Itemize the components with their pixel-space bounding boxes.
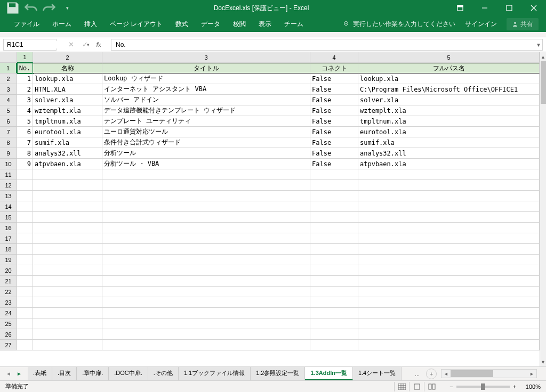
cell[interactable] [358, 180, 540, 191]
cell[interactable]: False [310, 159, 358, 169]
row-header[interactable]: 3 [0, 84, 17, 95]
cell[interactable] [358, 223, 540, 233]
cell[interactable] [310, 169, 358, 180]
cell[interactable] [358, 244, 540, 255]
cell[interactable]: wztemplt.xla [33, 105, 102, 116]
row-header[interactable]: 14 [0, 201, 17, 212]
sheet-tab[interactable]: 1.1ブックファイル情報 [179, 367, 251, 380]
horizontal-scrollbar[interactable]: ◄ ► [441, 369, 537, 378]
cell[interactable] [33, 244, 102, 255]
row-header[interactable]: 1 [0, 63, 17, 74]
cell[interactable] [33, 191, 102, 201]
cell[interactable]: 4 [17, 105, 33, 116]
row-header[interactable]: 10 [0, 159, 17, 169]
page-break-view-icon[interactable] [424, 382, 439, 391]
cell[interactable]: solver.xla [33, 95, 102, 105]
cell[interactable] [102, 329, 310, 340]
zoom-percent[interactable]: 100% [519, 383, 541, 390]
horizontal-scroll-thumb[interactable] [451, 370, 493, 377]
cell[interactable]: コネクト [310, 63, 358, 74]
cell[interactable] [102, 233, 310, 244]
insert-function-icon[interactable]: fx [92, 39, 106, 51]
cell[interactable] [33, 276, 102, 287]
column-header[interactable]: 1 [17, 52, 33, 63]
cell[interactable]: eurotool.xla [33, 127, 102, 137]
cell[interactable] [17, 265, 33, 276]
row-header[interactable]: 27 [0, 340, 17, 350]
cell[interactable] [310, 244, 358, 255]
row-header[interactable]: 13 [0, 191, 17, 201]
row-header[interactable]: 5 [0, 105, 17, 116]
zoom-slider-thumb[interactable] [481, 383, 485, 390]
ribbon-tab[interactable]: ファイル [7, 16, 46, 32]
cell[interactable] [33, 297, 102, 308]
cell[interactable] [17, 201, 33, 212]
undo-icon[interactable] [23, 1, 38, 15]
sheet-tab[interactable]: .表紙 [28, 367, 52, 380]
cell[interactable] [102, 169, 310, 180]
cancel-formula-icon[interactable]: ✕ [64, 39, 78, 51]
cell[interactable]: 1 [17, 74, 33, 84]
cell[interactable]: 分析ツール - VBA [102, 159, 310, 169]
cell[interactable] [17, 340, 33, 350]
ribbon-tab[interactable]: 校閲 [227, 16, 252, 32]
enter-formula-icon[interactable]: ✓ [78, 39, 92, 51]
sheet-tab[interactable]: 1.2参照設定一覧 [251, 367, 305, 380]
ribbon-tab[interactable]: データ [195, 16, 227, 32]
sheet-tab[interactable]: 1.4シート一覧 [353, 367, 402, 380]
cell[interactable] [358, 255, 540, 265]
ribbon-tab[interactable]: ホーム [46, 16, 78, 32]
ribbon-tab[interactable]: 挿入 [78, 16, 103, 32]
cell[interactable] [33, 233, 102, 244]
row-header[interactable]: 25 [0, 318, 17, 329]
row-header[interactable]: 12 [0, 180, 17, 191]
cell[interactable] [33, 201, 102, 212]
row-header[interactable]: 9 [0, 148, 17, 159]
cell[interactable] [310, 180, 358, 191]
cell[interactable] [358, 297, 540, 308]
cell[interactable] [33, 223, 102, 233]
cell[interactable] [310, 191, 358, 201]
cell[interactable] [358, 212, 540, 223]
row-header[interactable]: 20 [0, 265, 17, 276]
cell[interactable]: analys32.xll [33, 148, 102, 159]
row-header[interactable]: 17 [0, 233, 17, 244]
cell[interactable] [310, 212, 358, 223]
column-header[interactable]: 2 [33, 52, 102, 63]
row-header[interactable]: 18 [0, 244, 17, 255]
cell[interactable] [358, 308, 540, 318]
row-header[interactable]: 4 [0, 95, 17, 105]
cell[interactable] [33, 212, 102, 223]
cell[interactable] [358, 233, 540, 244]
cell[interactable] [102, 265, 310, 276]
cell[interactable]: 2 [17, 84, 33, 95]
cell[interactable]: 8 [17, 148, 33, 159]
qat-customize-icon[interactable]: ▾ [60, 1, 75, 15]
zoom-slider[interactable] [456, 386, 510, 388]
cell[interactable]: 3 [17, 95, 33, 105]
cell[interactable] [310, 308, 358, 318]
ribbon-tab[interactable]: 表示 [252, 16, 278, 32]
cell[interactable] [358, 201, 540, 212]
ribbon-tab[interactable]: チーム [278, 16, 310, 32]
cell[interactable] [358, 191, 540, 201]
cell[interactable]: atpvbaen.xla [358, 159, 540, 169]
cell[interactable]: wztemplt.xla [358, 105, 540, 116]
cell[interactable]: False [310, 105, 358, 116]
row-header[interactable]: 21 [0, 276, 17, 287]
maximize-button[interactable] [497, 0, 521, 16]
cell[interactable]: 5 [17, 116, 33, 127]
cell[interactable] [33, 308, 102, 318]
cell[interactable] [102, 244, 310, 255]
formula-input[interactable] [111, 39, 535, 50]
cell[interactable]: tmpltnum.xla [358, 116, 540, 127]
row-header[interactable]: 22 [0, 287, 17, 297]
cell[interactable] [17, 276, 33, 287]
row-header[interactable]: 24 [0, 308, 17, 318]
cell[interactable] [17, 212, 33, 223]
sheet-tab[interactable]: .DOC中扉. [109, 367, 148, 380]
cell[interactable] [17, 287, 33, 297]
cell[interactable] [358, 265, 540, 276]
cell[interactable] [17, 233, 33, 244]
tab-nav-prev-icon[interactable]: ◄ [4, 370, 13, 378]
